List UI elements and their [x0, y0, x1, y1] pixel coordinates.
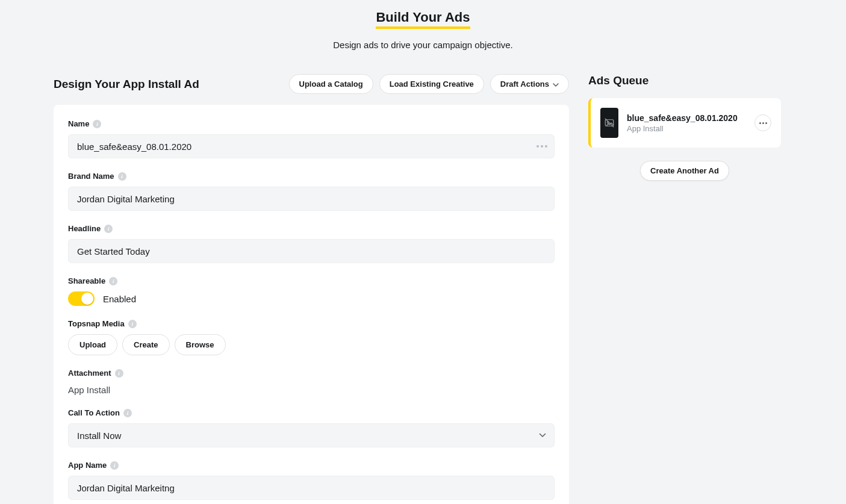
- app-name-input[interactable]: [68, 476, 555, 500]
- ads-queue-title: Ads Queue: [588, 74, 648, 87]
- draft-actions-label: Draft Actions: [500, 79, 549, 89]
- chevron-down-icon: [553, 79, 559, 89]
- queue-item-title: blue_safe&easy_08.01.2020: [627, 113, 746, 123]
- info-icon[interactable]: [128, 320, 137, 328]
- load-existing-creative-button[interactable]: Load Existing Creative: [379, 74, 484, 94]
- queue-item-type: App Install: [627, 124, 746, 133]
- topsnap-media-label: Topsnap Media: [68, 319, 125, 328]
- page-title: Build Your Ads: [376, 10, 470, 29]
- brand-name-input[interactable]: [68, 187, 555, 211]
- create-button[interactable]: Create: [122, 334, 169, 355]
- info-icon[interactable]: [109, 277, 117, 285]
- design-section-title: Design Your App Install Ad: [54, 78, 199, 91]
- attachment-value: App Install: [68, 384, 555, 395]
- info-icon[interactable]: [123, 409, 132, 417]
- app-name-label: App Name: [68, 461, 107, 470]
- upload-button[interactable]: Upload: [68, 334, 117, 355]
- draft-actions-button[interactable]: Draft Actions: [490, 74, 569, 94]
- shareable-toggle[interactable]: [68, 291, 95, 306]
- info-icon[interactable]: [115, 369, 123, 378]
- browse-button[interactable]: Browse: [175, 334, 226, 355]
- cta-select[interactable]: Install Now: [68, 423, 555, 447]
- no-image-icon: [600, 108, 618, 138]
- cta-label: Call To Action: [68, 408, 120, 417]
- info-icon[interactable]: [110, 461, 119, 470]
- queue-item-actions-button[interactable]: [754, 114, 771, 131]
- page-subtitle: Design ads to drive your campaign object…: [0, 40, 846, 50]
- info-icon[interactable]: [93, 120, 101, 128]
- name-input[interactable]: [68, 134, 555, 158]
- shareable-status: Enabled: [103, 294, 136, 304]
- upload-catalog-button[interactable]: Upload a Catalog: [289, 74, 373, 94]
- create-another-ad-button[interactable]: Create Another Ad: [640, 161, 729, 181]
- ad-form-card: Name Brand Name Headline: [54, 105, 569, 504]
- brand-name-label: Brand Name: [68, 172, 114, 181]
- name-label: Name: [68, 119, 89, 128]
- shareable-label: Shareable: [68, 276, 105, 285]
- queue-item[interactable]: blue_safe&easy_08.01.2020 App Install: [588, 98, 781, 148]
- headline-label: Headline: [68, 224, 101, 233]
- more-icon: [759, 122, 767, 124]
- attachment-label: Attachment: [68, 369, 111, 378]
- info-icon[interactable]: [118, 172, 126, 181]
- info-icon[interactable]: [104, 225, 113, 233]
- headline-input[interactable]: [68, 239, 555, 263]
- more-icon[interactable]: [537, 145, 547, 148]
